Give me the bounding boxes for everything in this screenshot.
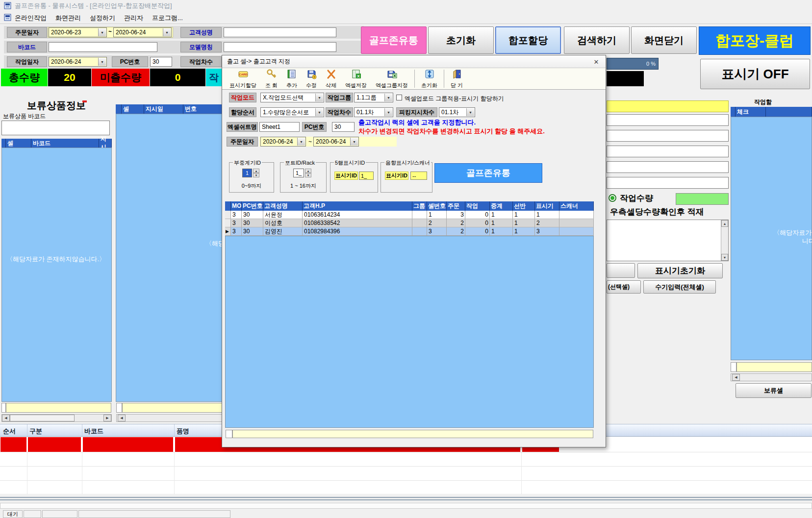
grid-cell[interactable]: 3: [535, 227, 559, 236]
scroll-left-icon[interactable]: ◀: [2, 415, 10, 421]
grid-cell[interactable]: 서윤정: [263, 211, 303, 219]
hold-cell-button[interactable]: 보류셀: [736, 383, 812, 398]
scroll-up-icon[interactable]: ▲: [721, 220, 728, 227]
spinner-up-icon[interactable]: ▲: [305, 169, 311, 173]
grid-cell[interactable]: 2: [535, 219, 559, 227]
spinner-down-icon[interactable]: ▼: [305, 173, 311, 177]
order-date-to-combo[interactable]: 2020-06-24 ▼: [113, 27, 172, 37]
grid-col-header[interactable]: 스캐너: [559, 201, 594, 211]
indicator-off-button[interactable]: 표시기 OFF: [700, 59, 810, 89]
chevron-down-icon[interactable]: ▼: [297, 138, 305, 146]
work-round-combo[interactable]: 01.1차 ▼: [354, 107, 393, 117]
table-row[interactable]: 330이성호01086338542220112: [225, 219, 594, 227]
grid-cell[interactable]: 1: [427, 211, 447, 219]
order-date-from-combo[interactable]: 2020-06-23 ▼: [49, 27, 107, 37]
counter-id-spinner[interactable]: 1: [242, 169, 252, 177]
col-instruct[interactable]: 지시: [99, 139, 112, 148]
table-row[interactable]: ▶330김영진01082984396320113: [225, 227, 594, 236]
pc-number-input[interactable]: 30: [150, 57, 172, 67]
right-input-5[interactable]: [607, 177, 729, 189]
grid-cell[interactable]: 01082984396: [303, 227, 412, 236]
grid-col-header[interactable]: MO: [231, 201, 242, 211]
brand-tab-button[interactable]: 골프존유통: [361, 26, 427, 54]
dialog-titlebar[interactable]: 출고 셀-> 출고고객 지정 ✕: [222, 55, 606, 68]
grid-cell[interactable]: [559, 219, 594, 227]
scroll-left-icon[interactable]: ◀: [118, 415, 126, 421]
grid-col-header[interactable]: 선반: [513, 201, 535, 211]
grid-cell[interactable]: 3: [231, 211, 242, 219]
menu-item-screen-mgmt[interactable]: 화면관리: [55, 14, 81, 23]
col-cell[interactable]: 셀: [122, 104, 144, 114]
indicator-init-button[interactable]: 표시기초기화: [637, 263, 723, 278]
reset-button[interactable]: 초기화: [428, 26, 494, 54]
customer-name-input[interactable]: [224, 27, 336, 37]
chevron-down-icon[interactable]: ▼: [350, 138, 358, 146]
grid-cell[interactable]: 30: [242, 227, 263, 236]
grid-col-header[interactable]: 주문: [447, 201, 465, 211]
menu-item-program[interactable]: 프로그램...: [152, 14, 183, 23]
grid-cell[interactable]: 1: [513, 219, 535, 227]
grid-col-header[interactable]: 고객성명: [263, 201, 303, 211]
close-icon[interactable]: ✕: [591, 57, 602, 66]
spinner-down-icon[interactable]: ▼: [253, 173, 259, 177]
right-input-3[interactable]: [607, 146, 729, 157]
excel-upload-checkbox[interactable]: [396, 95, 402, 100]
pc-number-input[interactable]: 30: [332, 122, 355, 132]
col-seq[interactable]: 순서: [3, 427, 16, 436]
log-textarea[interactable]: ▲ ▼: [607, 220, 729, 261]
col-barcode[interactable]: 바코드: [84, 427, 103, 436]
grid-cell[interactable]: 30: [242, 211, 263, 219]
grid-cell[interactable]: 이성호: [263, 219, 303, 227]
close-screen-button[interactable]: 화면닫기: [631, 26, 697, 54]
col-number[interactable]: 번호: [183, 104, 226, 114]
chevron-down-icon[interactable]: ▼: [98, 28, 106, 36]
grid-cell[interactable]: 01063614234: [303, 211, 412, 219]
grid-cell[interactable]: 01086338542: [303, 219, 412, 227]
toolbar-key-button[interactable]: 조 회: [261, 68, 282, 89]
grid-cell[interactable]: [412, 219, 427, 227]
grid-cell[interactable]: 3: [427, 227, 447, 236]
grid-cell[interactable]: 2: [447, 219, 465, 227]
right-input-1[interactable]: [607, 114, 729, 126]
grid-cell[interactable]: 1: [513, 227, 535, 236]
right-input-4[interactable]: [607, 161, 729, 173]
hold-barcode-input[interactable]: [1, 121, 110, 135]
far-right-hscrollbar[interactable]: ◀: [731, 373, 812, 381]
chevron-down-icon[interactable]: ▼: [98, 58, 106, 66]
chevron-down-icon[interactable]: ▼: [384, 94, 392, 101]
row-selector[interactable]: [225, 211, 231, 219]
assign-order-combo[interactable]: 1.수량많은순서로 ▼: [260, 107, 324, 117]
toolbar-excel-button[interactable]: X엑셀저장: [341, 68, 371, 89]
grid-col-header[interactable]: 고객H.P: [303, 201, 412, 211]
col-cell[interactable]: 셀: [6, 139, 31, 148]
combine-assign-button[interactable]: 합포할당: [495, 26, 561, 54]
grid-cell[interactable]: 1: [490, 219, 513, 227]
port-id-spinner[interactable]: 1_: [293, 169, 304, 177]
dlg-order-date-from[interactable]: 2020-06-24 ▼: [260, 137, 306, 147]
grid-cell[interactable]: 3: [231, 219, 242, 227]
picking-round-combo[interactable]: 01.1차 ▼: [439, 107, 475, 117]
model-name-input[interactable]: [224, 42, 336, 52]
excel-sheet-input[interactable]: Sheet1: [259, 122, 300, 132]
col-instruct-date[interactable]: 지시일: [144, 104, 183, 114]
row-selector[interactable]: [225, 219, 231, 227]
log-vscrollbar[interactable]: ▲ ▼: [721, 220, 728, 261]
partial-button[interactable]: [607, 263, 635, 278]
scroll-thumb[interactable]: [10, 415, 75, 421]
work-group-combo[interactable]: 1.1그룹 ▼: [354, 93, 393, 102]
grid-cell[interactable]: 3: [231, 227, 242, 236]
right-input-2[interactable]: [607, 130, 729, 142]
customer-grid-empty-area[interactable]: [225, 236, 594, 428]
dlg-order-date-to[interactable]: 2020-06-24 ▼: [313, 137, 359, 147]
work-qty-radio[interactable]: [609, 194, 616, 202]
menu-item-settings[interactable]: 설정하기: [90, 14, 115, 23]
grid-cell[interactable]: 1: [490, 211, 513, 219]
toolbar-save-button[interactable]: 수정: [302, 68, 321, 89]
grid-cell[interactable]: 1: [535, 211, 559, 219]
grid-cell[interactable]: 1: [490, 227, 513, 236]
grid-cell[interactable]: 0: [465, 219, 490, 227]
row5-indicator-input[interactable]: 1_: [359, 172, 374, 180]
manual-input-all-button[interactable]: 수기입력(전체셀): [643, 280, 716, 294]
toolbar-card-button[interactable]: CARD표시기할당: [225, 68, 261, 89]
chevron-down-icon[interactable]: ▼: [315, 94, 323, 101]
